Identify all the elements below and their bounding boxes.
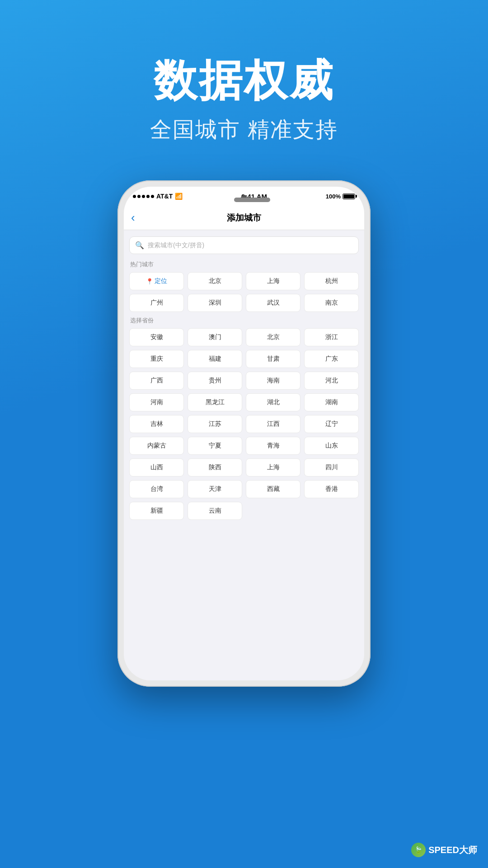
province-btn[interactable]: 福建 xyxy=(188,350,242,368)
hot-city-btn[interactable]: 南京 xyxy=(304,294,359,312)
search-icon: 🔍 xyxy=(135,241,144,250)
back-button[interactable]: ‹ xyxy=(131,211,149,225)
province-btn[interactable]: 山东 xyxy=(304,437,359,455)
province-btn[interactable]: 新疆 xyxy=(129,502,184,520)
signal-dot-1 xyxy=(133,195,136,198)
signal-dot-4 xyxy=(146,195,150,198)
phone-speaker xyxy=(234,198,270,202)
nav-bar: ‹ 添加城市 xyxy=(124,206,364,230)
province-btn[interactable]: 上海 xyxy=(246,458,300,476)
provinces-label: 选择省份 xyxy=(130,316,359,325)
province-btn[interactable]: 浙江 xyxy=(304,328,359,346)
content-area[interactable]: 🔍 搜索城市(中文/拼音) 热门城市 📍定位北京上海杭州广州深圳武汉南京 选择省… xyxy=(124,230,364,680)
province-btn[interactable]: 重庆 xyxy=(129,350,184,368)
province-btn[interactable]: 海南 xyxy=(246,372,300,390)
province-btn[interactable]: 江西 xyxy=(246,415,300,433)
hot-city-grid: 📍定位北京上海杭州广州深圳武汉南京 xyxy=(129,272,359,312)
province-btn[interactable]: 辽宁 xyxy=(304,415,359,433)
hot-city-btn[interactable]: 北京 xyxy=(188,272,242,290)
phone-outer: AT&T 📶 9:41 AM 100% ‹ 添加城市 xyxy=(117,180,371,687)
sub-title: 全国城市 精准支持 xyxy=(0,115,488,144)
main-title: 数据权威 xyxy=(0,54,488,106)
province-btn[interactable]: 天津 xyxy=(188,480,242,498)
hot-city-btn[interactable]: 深圳 xyxy=(188,294,242,312)
province-btn[interactable]: 陕西 xyxy=(188,458,242,476)
signal-dot-5 xyxy=(151,195,154,198)
hot-city-btn[interactable]: 广州 xyxy=(129,294,184,312)
province-btn[interactable]: 北京 xyxy=(246,328,300,346)
hot-cities-label: 热门城市 xyxy=(130,260,359,269)
province-btn[interactable]: 广东 xyxy=(304,350,359,368)
province-btn[interactable]: 湖北 xyxy=(246,393,300,411)
province-btn[interactable]: 吉林 xyxy=(129,415,184,433)
province-btn[interactable]: 河南 xyxy=(129,393,184,411)
province-btn[interactable]: 广西 xyxy=(129,372,184,390)
top-section: 数据权威 全国城市 精准支持 xyxy=(0,0,488,171)
signal-dot-3 xyxy=(142,195,145,198)
province-btn[interactable]: 河北 xyxy=(304,372,359,390)
province-btn[interactable]: 澳门 xyxy=(188,328,242,346)
hot-city-btn[interactable]: 杭州 xyxy=(304,272,359,290)
province-btn[interactable]: 山西 xyxy=(129,458,184,476)
province-btn[interactable]: 云南 xyxy=(188,502,242,520)
province-btn[interactable]: 青海 xyxy=(246,437,300,455)
phone-wrapper: AT&T 📶 9:41 AM 100% ‹ 添加城市 xyxy=(0,180,488,687)
province-grid: 安徽澳门北京浙江重庆福建甘肃广东广西贵州海南河北河南黑龙江湖北湖南吉林江苏江西辽… xyxy=(129,328,359,520)
province-btn[interactable]: 湖南 xyxy=(304,393,359,411)
battery-bar xyxy=(343,193,355,199)
status-left: AT&T 📶 xyxy=(133,193,183,200)
battery-fill xyxy=(343,194,354,198)
province-btn[interactable]: 甘肃 xyxy=(246,350,300,368)
nav-title: 添加城市 xyxy=(149,212,339,224)
province-btn[interactable]: 宁夏 xyxy=(188,437,242,455)
hot-city-btn[interactable]: 上海 xyxy=(246,272,300,290)
status-right: 100% xyxy=(326,193,355,200)
search-bar[interactable]: 🔍 搜索城市(中文/拼音) xyxy=(129,236,359,254)
watermark: 🍃 SPEED大师 xyxy=(411,843,477,857)
province-btn[interactable]: 安徽 xyxy=(129,328,184,346)
province-btn[interactable]: 四川 xyxy=(304,458,359,476)
hot-city-btn[interactable]: 武汉 xyxy=(246,294,300,312)
watermark-text: SPEED大师 xyxy=(428,844,477,856)
province-btn[interactable]: 西藏 xyxy=(246,480,300,498)
screen-content: AT&T 📶 9:41 AM 100% ‹ 添加城市 xyxy=(124,187,364,680)
battery-label: 100% xyxy=(326,193,341,200)
phone-screen: AT&T 📶 9:41 AM 100% ‹ 添加城市 xyxy=(124,187,364,680)
signal-dot-2 xyxy=(137,195,141,198)
carrier-label: AT&T xyxy=(156,193,173,200)
province-btn[interactable]: 香港 xyxy=(304,480,359,498)
province-btn[interactable]: 黑龙江 xyxy=(188,393,242,411)
hot-city-btn[interactable]: 📍定位 xyxy=(129,272,184,290)
province-btn[interactable]: 贵州 xyxy=(188,372,242,390)
search-placeholder-text: 搜索城市(中文/拼音) xyxy=(148,241,204,250)
wifi-icon: 📶 xyxy=(175,193,183,200)
province-btn[interactable]: 江苏 xyxy=(188,415,242,433)
province-btn[interactable]: 台湾 xyxy=(129,480,184,498)
signal-dots xyxy=(133,195,154,198)
province-btn[interactable]: 内蒙古 xyxy=(129,437,184,455)
locate-icon: 📍 xyxy=(146,278,153,285)
